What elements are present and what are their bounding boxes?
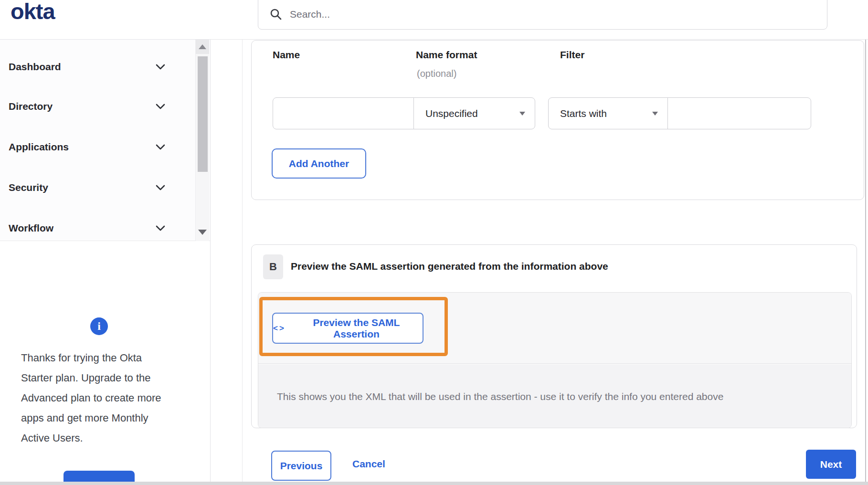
sidebar: Dashboard Directory Applications Securit… [0, 40, 211, 485]
content-left-border [242, 40, 243, 485]
info-icon: i [90, 317, 108, 335]
name-format-value: Unspecified [425, 108, 478, 119]
preview-help-text: This shows you the XML that will be used… [277, 391, 723, 402]
chevron-down-icon [156, 104, 165, 109]
name-format-select[interactable]: Unspecified [413, 97, 535, 129]
search-icon [270, 8, 282, 21]
chevron-down-icon [156, 225, 165, 231]
attribute-name-input[interactable] [273, 97, 414, 129]
sidebar-item-workflow[interactable]: Workflow [0, 217, 193, 240]
global-search[interactable] [258, 0, 827, 30]
name-label: Name [273, 49, 300, 61]
cancel-link[interactable]: Cancel [352, 458, 385, 470]
preview-saml-assertion-button[interactable]: <> Preview the SAML Assertion [272, 313, 423, 344]
preview-saml-button-label: Preview the SAML Assertion [290, 317, 423, 340]
chevron-down-icon [156, 144, 165, 150]
window-bottom-edge [0, 482, 868, 485]
promo-text: Thanks for trying the Okta Starter plan.… [21, 348, 175, 448]
add-another-button[interactable]: Add Another [272, 148, 366, 179]
chevron-down-icon [156, 64, 165, 70]
scrollbar-down-button[interactable] [196, 227, 209, 237]
triangle-down-icon [198, 230, 207, 235]
okta-admin-page: okta Dashboard Directory Applications [0, 0, 868, 485]
sidebar-item-label: Dashboard [9, 61, 61, 73]
sidebar-nav-scroll-area: Dashboard Directory Applications Securit… [0, 40, 210, 241]
preview-box-top: <> Preview the SAML Assertion [258, 293, 851, 364]
top-header: okta [0, 0, 868, 40]
sidebar-item-label: Security [9, 182, 48, 193]
caret-down-icon [519, 112, 525, 116]
step-b-badge: B [263, 254, 283, 279]
previous-button[interactable]: Previous [271, 451, 331, 481]
sidebar-item-label: Workflow [9, 222, 53, 234]
triangle-up-icon [199, 44, 206, 49]
sidebar-item-label: Applications [9, 141, 69, 153]
chevron-down-icon [156, 185, 165, 190]
window-scrollbar-edge[interactable] [865, 40, 866, 485]
preview-heading: Preview the SAML assertion generated fro… [291, 261, 608, 272]
preview-saml-panel: B Preview the SAML assertion generated f… [251, 244, 857, 428]
next-button[interactable]: Next [806, 450, 856, 479]
name-format-label: Name format [416, 49, 477, 61]
filter-label: Filter [560, 49, 584, 61]
sidebar-item-label: Directory [9, 101, 53, 112]
search-input[interactable] [290, 9, 791, 20]
sidebar-item-dashboard[interactable]: Dashboard [0, 55, 193, 78]
search-inner [258, 0, 827, 29]
filter-type-select[interactable]: Starts with [548, 97, 668, 129]
code-brackets-icon: <> [273, 324, 286, 333]
sidebar-item-directory[interactable]: Directory [0, 95, 193, 118]
sidebar-scrollbar[interactable] [195, 40, 209, 241]
scrollbar-up-button[interactable] [196, 40, 209, 54]
sidebar-item-applications[interactable]: Applications [0, 136, 193, 158]
attribute-statements-panel: Name Name format (optional) Filter Unspe… [251, 40, 864, 200]
preview-box-help: This shows you the XML that will be used… [258, 364, 851, 428]
filter-type-value: Starts with [560, 108, 607, 119]
caret-down-icon [652, 112, 658, 116]
filter-value-input[interactable] [667, 97, 811, 129]
sidebar-item-security[interactable]: Security [0, 176, 193, 199]
okta-logo: okta [11, 0, 55, 24]
name-format-hint: (optional) [417, 68, 456, 79]
preview-box: <> Preview the SAML Assertion This shows… [258, 292, 852, 428]
scrollbar-thumb[interactable] [198, 56, 208, 172]
